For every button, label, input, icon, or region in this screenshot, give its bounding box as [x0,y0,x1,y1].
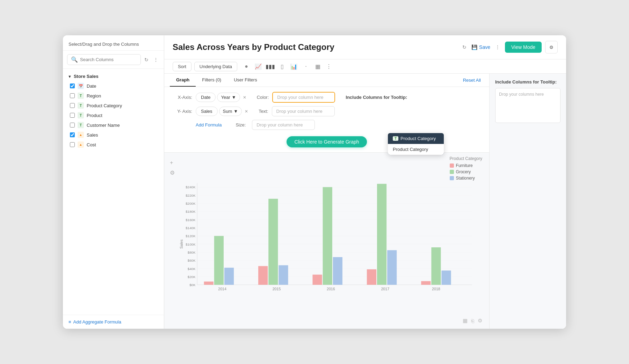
size-drop-field[interactable]: Drop your column here [252,120,315,130]
settings-button[interactable]: ⚙ [545,41,558,53]
main-header: Sales Across Years by Product Category ↻… [164,35,566,59]
underlying-data-button[interactable]: Underlying Data [194,62,237,71]
save-button[interactable]: 💾 Save [471,44,490,50]
list-item[interactable]: ▲ Cost [63,140,164,150]
color-drop-field[interactable]: Drop your column here [272,92,335,103]
save-icon: 💾 [471,44,477,50]
chart-left-icons: + ⚙ [168,156,177,325]
dropdown-type-icon: T [393,136,398,141]
x-axis-field[interactable]: Date [196,93,216,102]
content-area: Graph Filters (0) User Filters Reset All… [164,74,566,329]
list-item[interactable]: T Region [63,91,164,101]
reset-all-link[interactable]: Reset All [460,74,484,86]
svg-text:Sales: Sales [179,239,183,249]
toolbar: Sort Underlying Data ● 📈 ▮▮▮ ▯ 📊 ⋅ ▦ ⋮ [164,59,566,74]
svg-text:2016: 2016 [327,287,335,291]
svg-rect-46 [441,270,451,285]
svg-text:2015: 2015 [273,287,281,291]
svg-rect-45 [431,247,441,285]
view-mode-button[interactable]: View Mode [505,42,542,53]
svg-rect-33 [268,199,278,285]
list-item[interactable]: T Product [63,110,164,120]
x-axis-agg-value: Year [221,95,230,100]
chart-legend: Product Category Furniture Grocery [450,156,482,182]
legend-color-grocery [450,170,454,174]
svg-text:$200K: $200K [186,202,196,205]
list-item[interactable]: 📅 Date [63,81,164,91]
tab-filters[interactable]: Filters (0) [196,74,227,87]
chart-area: + ⚙ Product Category Furniture [164,153,489,329]
column-name-sales: Sales [87,132,98,138]
tooltip-drop-area[interactable]: Drop your columns here [495,88,561,123]
formula-icon: ≡ [68,319,71,325]
y-axis-field[interactable]: Sales [196,107,218,116]
list-item[interactable]: T Product Category [63,101,164,110]
chart-type-icons: ● 📈 ▮▮▮ ▯ 📊 ⋅ ▦ [241,61,323,71]
sidebar-footer: ≡ Add Aggregate Formula [63,315,164,329]
svg-text:$0K: $0K [189,283,196,287]
svg-rect-40 [367,269,376,285]
refresh-button[interactable]: ↻ [461,44,468,51]
svg-text:$180K: $180K [186,210,196,213]
x-axis-aggregation[interactable]: Year ▼ [217,93,240,102]
generate-graph-button[interactable]: Click Here to Generate Graph [287,136,367,147]
chart-settings-icon-2[interactable]: ⚙ [478,318,482,324]
column-group-store-sales[interactable]: ▼ Store Sales [63,72,164,81]
more-icon[interactable]: ⋮ [152,56,160,63]
scatter-chart-icon[interactable]: ⋅ [301,61,311,71]
bar-chart-icon[interactable]: ▮▮▮ [265,61,275,71]
y-axis-aggregation[interactable]: Sum ▼ [219,107,242,116]
svg-rect-36 [312,275,322,285]
svg-rect-42 [387,250,397,285]
svg-text:2014: 2014 [218,287,226,291]
x-axis-close-button[interactable]: ✕ [243,95,246,100]
y-axis-close-button[interactable]: ✕ [245,109,248,114]
customer-name-checkbox[interactable] [70,123,75,128]
legend-item-grocery: Grocery [450,169,482,174]
add-formula-link[interactable]: Add Formula [196,122,222,128]
bar-chart-svg: Sales [177,156,482,325]
type-badge-date: 📅 [78,83,84,89]
chart-settings-icon[interactable]: ⚙ [170,169,175,176]
search-box[interactable]: 🔍 [67,54,141,65]
chevron-down-icon: ▼ [233,109,238,114]
svg-text:$80K: $80K [188,250,196,254]
add-aggregate-formula-link[interactable]: ≡ Add Aggregate Formula [68,319,158,325]
product-category-checkbox[interactable] [70,103,75,108]
svg-text:$140K: $140K [186,226,196,230]
search-input[interactable] [80,57,137,62]
tooltip-panel: Include Columns for Tooltip: Drop your c… [489,74,566,329]
sidebar-header: Select/Drag and Drop the Columns [63,35,164,51]
legend-color-stationery [450,176,454,180]
svg-rect-34 [279,265,288,285]
list-item[interactable]: ▲ Sales [63,130,164,140]
more-options-button[interactable]: ⋮ [494,44,501,51]
tooltip-include-label: Include Columns for Tooltip: [346,95,407,100]
circle-chart-icon[interactable]: ● [241,61,251,71]
chart-filter-icon[interactable]: ⎗ [471,318,474,324]
line-chart-icon[interactable]: 📈 [253,61,263,71]
tab-graph[interactable]: Graph [170,74,196,87]
dropdown-product-category-item[interactable]: Product Category [388,144,444,155]
toolbar-more-options[interactable]: ⋮ [326,63,332,70]
date-checkbox[interactable] [70,83,75,88]
sidebar-columns: ▼ Store Sales 📅 Date T Region T Product … [63,69,164,315]
text-drop-field[interactable]: Drop your column here [272,106,335,116]
pivot-chart-icon[interactable]: ▦ [313,61,323,71]
column-chart-icon[interactable]: ▯ [277,61,287,71]
list-item[interactable]: T Customer Name [63,120,164,130]
filter-add-icon[interactable]: + [170,160,175,166]
chart-adjust-icon[interactable]: ▦ [463,318,468,324]
sort-button[interactable]: Sort [173,62,191,71]
tab-user-filters[interactable]: User Filters [227,74,263,87]
cost-checkbox[interactable] [70,142,75,147]
refresh-icon[interactable]: ↻ [143,56,150,63]
region-checkbox[interactable] [70,93,75,98]
product-checkbox[interactable] [70,113,75,118]
sales-checkbox[interactable] [70,132,75,137]
legend-label-grocery: Grocery [456,169,471,174]
sidebar-search-area: 🔍 ↻ ⋮ [63,51,164,69]
type-badge-customer-name: T [78,122,84,128]
combo-chart-icon[interactable]: 📊 [289,61,299,71]
chevron-down-icon: ▼ [232,95,236,100]
